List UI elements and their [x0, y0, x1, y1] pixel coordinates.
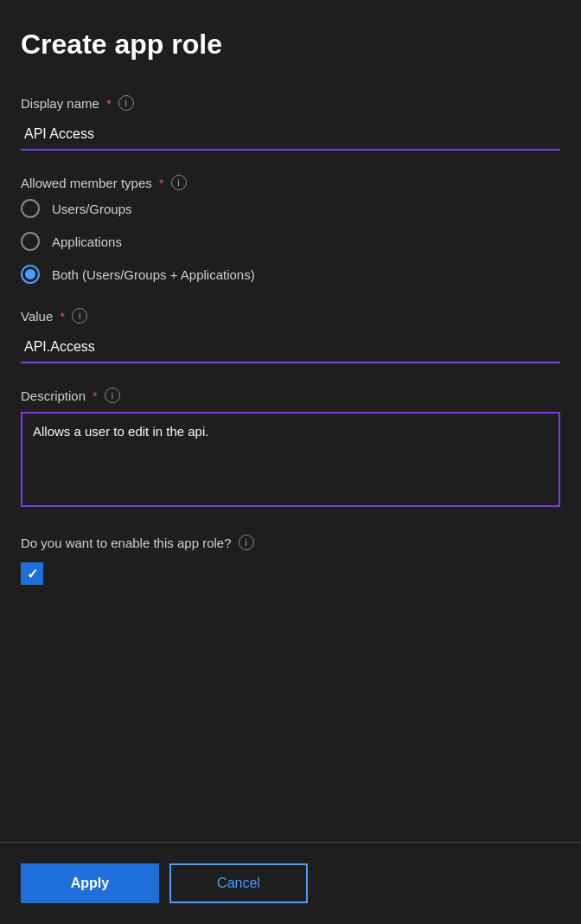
radio-both[interactable]: Both (Users/Groups + Applications) — [21, 265, 560, 284]
radio-applications[interactable]: Applications — [21, 232, 560, 251]
enable-question: Do you want to enable this app role? i — [21, 535, 560, 550]
checkmark-icon: ✓ — [27, 566, 38, 582]
enable-checkbox-wrapper: ✓ — [21, 562, 560, 585]
description-label-text: Description — [21, 388, 86, 403]
allowed-member-types-section: Allowed member types * i Users/Groups Ap… — [21, 175, 560, 284]
radio-users-groups-indicator — [21, 199, 40, 218]
main-content: Create app role Display name * i Allowed… — [0, 0, 581, 842]
cancel-button[interactable]: Cancel — [169, 863, 308, 903]
display-name-label-text: Display name — [21, 96, 99, 111]
radio-users-groups[interactable]: Users/Groups — [21, 199, 560, 218]
page-container: Create app role Display name * i Allowed… — [0, 0, 581, 924]
description-section: Description * i — [21, 388, 560, 510]
radio-both-indicator — [21, 265, 40, 284]
allowed-member-types-required: * — [159, 176, 164, 190]
radio-both-label: Both (Users/Groups + Applications) — [52, 267, 255, 282]
value-label-text: Value — [21, 309, 53, 324]
description-info-icon[interactable]: i — [105, 388, 120, 403]
allowed-member-types-label: Allowed member types * i — [21, 175, 560, 190]
value-info-icon[interactable]: i — [72, 308, 87, 324]
value-section: Value * i — [21, 308, 560, 363]
value-input[interactable] — [21, 332, 560, 363]
description-label: Description * i — [21, 388, 560, 403]
radio-applications-indicator — [21, 232, 40, 251]
display-name-required: * — [106, 96, 112, 111]
description-textarea[interactable] — [21, 412, 560, 507]
value-required: * — [60, 309, 65, 324]
display-name-section: Display name * i — [21, 95, 560, 151]
enable-checkbox[interactable]: ✓ — [21, 562, 43, 585]
radio-group: Users/Groups Applications Both (Users/Gr… — [21, 199, 560, 284]
allowed-member-types-info-icon[interactable]: i — [171, 175, 187, 190]
description-required: * — [93, 388, 98, 403]
page-title: Create app role — [21, 28, 560, 61]
enable-info-icon[interactable]: i — [239, 535, 254, 550]
value-label: Value * i — [21, 308, 560, 324]
display-name-info-icon[interactable]: i — [118, 95, 134, 111]
radio-applications-label: Applications — [52, 234, 122, 249]
display-name-label: Display name * i — [21, 95, 560, 111]
footer: Apply Cancel — [0, 843, 581, 924]
allowed-member-types-label-text: Allowed member types — [21, 176, 152, 190]
apply-button[interactable]: Apply — [21, 863, 159, 903]
display-name-input[interactable] — [21, 119, 560, 151]
radio-users-groups-label: Users/Groups — [52, 202, 132, 216]
enable-section: Do you want to enable this app role? i ✓ — [21, 535, 560, 585]
enable-question-text: Do you want to enable this app role? — [21, 536, 232, 550]
